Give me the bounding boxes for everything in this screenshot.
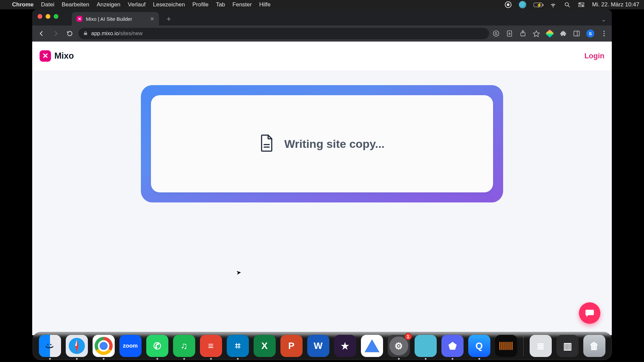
macos-menubar: Chrome Datei Bearbeiten Anzeigen Verlauf…	[0, 0, 644, 9]
menu-lesezeichen[interactable]: Lesezeichen	[153, 1, 185, 8]
dock-app-finder[interactable]	[39, 335, 61, 357]
screen-gutter-left	[0, 9, 32, 362]
dock-app-zoom[interactable]: zoom	[119, 335, 142, 357]
svg-point-3	[579, 3, 580, 4]
dock-app-settings[interactable]: ⚙1	[388, 335, 410, 357]
status-circle-icon[interactable]	[519, 1, 526, 8]
window-close-button[interactable]	[38, 14, 42, 19]
dock-app-whatsapp[interactable]: ✆	[146, 335, 168, 357]
menu-datei[interactable]: Datei	[41, 1, 54, 8]
dock-app-circle[interactable]	[415, 335, 437, 357]
svg-point-15	[603, 35, 605, 37]
screen-record-icon[interactable]	[505, 1, 512, 8]
svg-point-13	[603, 31, 605, 32]
document-icon	[259, 134, 274, 153]
brand-logo-icon: ✕	[40, 50, 51, 62]
chat-bubble-icon	[585, 308, 595, 318]
macos-dock: zoom ✆ ♫ ≡ ⌗ X P W ★ ⚙1 ⬟ Q ≣ ▥ 🗑	[33, 332, 612, 360]
settings-badge: 1	[405, 333, 412, 340]
chrome-toolbar: app.mixo.io/sites/new G S	[32, 25, 612, 42]
menu-fenster[interactable]: Fenster	[232, 1, 252, 8]
tab-title: Mixo | AI Site Builder	[86, 16, 132, 22]
toolbar-actions: G S	[492, 29, 608, 38]
share-icon[interactable]	[519, 30, 527, 37]
menu-anzeigen[interactable]: Anzeigen	[97, 1, 120, 8]
dock-app-safari[interactable]	[66, 335, 88, 357]
dock-app-voice-memos[interactable]	[495, 335, 517, 357]
dock-separator	[523, 336, 524, 356]
side-panel-icon[interactable]	[573, 30, 580, 37]
window-minimize-button[interactable]	[46, 14, 50, 19]
battery-icon[interactable]: ⚡	[534, 3, 542, 7]
search-icon[interactable]	[564, 1, 571, 8]
menubar-right: ⚡ Mi. 22. März 10:47	[505, 1, 639, 8]
profile-avatar[interactable]: S	[586, 29, 594, 38]
address-bar[interactable]: app.mixo.io/sites/new	[78, 28, 489, 39]
dock-app-excel[interactable]: X	[254, 335, 276, 357]
nav-forward-button[interactable]	[50, 28, 61, 39]
dock-app-discord[interactable]: ⬟	[441, 335, 464, 357]
menu-verlauf[interactable]: Verlauf	[128, 1, 146, 8]
loading-card: Writing site copy...	[141, 85, 503, 202]
lock-icon	[83, 31, 88, 37]
brand-name: Mixo	[54, 51, 74, 61]
tab-close-icon[interactable]: ✕	[150, 16, 154, 22]
dock-container: zoom ✆ ♫ ≡ ⌗ X P W ★ ⚙1 ⬟ Q ≣ ▥ 🗑	[0, 332, 644, 360]
control-center-icon[interactable]	[578, 1, 585, 8]
dock-app-spotify[interactable]: ♫	[173, 335, 195, 357]
chrome-window: ✕ Mixo | AI Site Builder ✕ ＋ ⌄ app.mixo.…	[32, 9, 612, 335]
tab-favicon-icon: ✕	[76, 16, 83, 22]
menu-bearbeiten[interactable]: Bearbeiten	[62, 1, 89, 8]
address-host: app.mixo.io	[91, 31, 119, 36]
brand[interactable]: ✕ Mixo	[40, 50, 74, 62]
window-traffic-lights	[38, 14, 58, 19]
site-header: ✕ Mixo Login	[32, 42, 612, 70]
dock-app-imovie[interactable]: ★	[334, 335, 356, 357]
chrome-menu-icon[interactable]	[600, 30, 608, 37]
dock-trash[interactable]: 🗑	[583, 335, 605, 357]
dock-app-drive[interactable]	[361, 335, 383, 357]
extensions-puzzle-icon[interactable]	[559, 30, 567, 37]
menubar-clock[interactable]: Mi. 22. März 10:47	[592, 1, 639, 8]
google-lens-icon[interactable]: G	[492, 30, 500, 37]
dock-app-drawer[interactable]: ≣	[530, 335, 552, 357]
login-link[interactable]: Login	[584, 52, 604, 60]
svg-point-5	[582, 5, 583, 6]
menubar-left: Chrome Datei Bearbeiten Anzeigen Verlauf…	[5, 1, 271, 8]
new-tab-button[interactable]: ＋	[164, 14, 174, 24]
window-zoom-button[interactable]	[54, 14, 58, 19]
dock-app-quicktime[interactable]: Q	[468, 335, 490, 357]
chrome-tabstrip: ✕ Mixo | AI Site Builder ✕ ＋ ⌄	[32, 9, 612, 25]
nav-back-button[interactable]	[36, 28, 47, 39]
mouse-cursor-icon: ➤	[236, 268, 242, 277]
waveform-icon	[499, 342, 513, 350]
wifi-icon[interactable]	[550, 1, 556, 8]
svg-rect-11	[574, 31, 580, 36]
svg-text:G: G	[495, 32, 497, 36]
bookmark-star-icon[interactable]	[533, 30, 540, 37]
tab-list-chevron-icon[interactable]: ⌄	[601, 16, 606, 23]
menu-tab[interactable]: Tab	[216, 1, 225, 8]
dock-stack[interactable]: ▥	[556, 335, 579, 357]
loading-card-inner: Writing site copy...	[151, 95, 493, 192]
dock-app-powerpoint[interactable]: P	[280, 335, 303, 357]
screen-gutter-right	[612, 9, 644, 362]
loading-status-text: Writing site copy...	[284, 137, 384, 150]
browser-tab[interactable]: ✕ Mixo | AI Site Builder ✕	[72, 12, 159, 25]
svg-line-1	[568, 6, 570, 7]
nav-reload-button[interactable]	[64, 28, 75, 39]
dock-app-chrome[interactable]	[93, 335, 115, 357]
address-url: app.mixo.io/sites/new	[91, 31, 143, 37]
address-path: /sites/new	[119, 31, 143, 36]
svg-marker-10	[533, 31, 539, 37]
install-app-icon[interactable]	[506, 30, 513, 37]
chat-fab-button[interactable]	[579, 302, 600, 324]
svg-point-0	[565, 3, 569, 6]
menu-hilfe[interactable]: Hilfe	[259, 1, 271, 8]
extension-diamond-icon[interactable]	[546, 30, 553, 37]
menu-profile[interactable]: Profile	[192, 1, 208, 8]
menubar-app-name[interactable]: Chrome	[12, 1, 34, 8]
dock-app-todoist[interactable]: ≡	[200, 335, 222, 357]
dock-app-word[interactable]: W	[307, 335, 329, 357]
dock-app-trello[interactable]: ⌗	[227, 335, 249, 357]
